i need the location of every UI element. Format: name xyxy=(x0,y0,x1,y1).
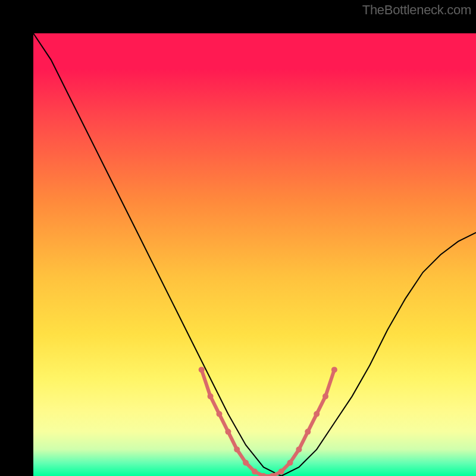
highlight-curve xyxy=(202,369,334,476)
marker-dot xyxy=(296,446,302,452)
marker-dot xyxy=(305,429,311,435)
marker-dot xyxy=(225,429,231,435)
marker-dot xyxy=(199,367,205,372)
marker-dot xyxy=(234,446,240,452)
marker-dot xyxy=(278,469,284,475)
watermark-text: TheBottleneck.com xyxy=(362,2,471,18)
marker-dot xyxy=(243,460,249,466)
marker-dot xyxy=(217,411,223,417)
marker-dot xyxy=(314,411,320,417)
marker-dots-group xyxy=(199,367,337,476)
bottleneck-curve xyxy=(33,33,476,476)
marker-dot xyxy=(331,367,337,372)
chart-svg xyxy=(33,33,476,476)
marker-dot xyxy=(287,460,293,466)
chart-frame xyxy=(0,0,476,476)
marker-dot xyxy=(322,393,328,399)
marker-dot xyxy=(208,393,214,399)
plot-area xyxy=(33,33,476,476)
marker-dot xyxy=(252,469,258,475)
